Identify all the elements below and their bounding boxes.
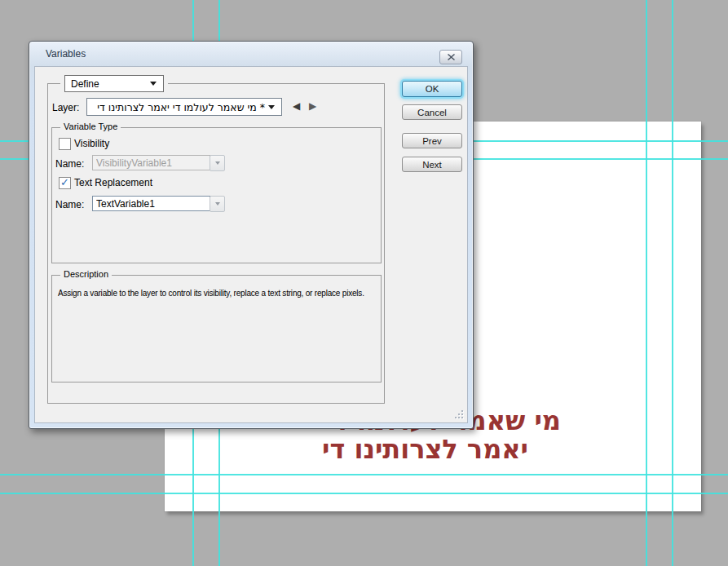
text-name-label: Name:: [55, 199, 84, 210]
variables-dialog: Variables Define Layer: * מי שאמר לעולמו: [29, 41, 474, 429]
layer-label: Layer:: [52, 102, 79, 113]
guide-vertical[interactable]: [672, 0, 673, 566]
chevron-down-icon: [215, 161, 220, 165]
next-button[interactable]: Next: [402, 157, 462, 172]
text-replacement-checkbox[interactable]: ✓: [59, 177, 71, 189]
previous-layer-arrow-icon[interactable]: ◀: [293, 99, 300, 113]
visibility-name-label: Name:: [55, 158, 84, 170]
chevron-down-icon: [215, 202, 220, 206]
layer-select[interactable]: * מי שאמר לעולמו די יאמר לצרותינו די: [86, 98, 282, 116]
guide-vertical[interactable]: [646, 0, 647, 566]
variable-type-group: Variable Type Visibility Name: ✓ Text Re…: [51, 127, 382, 263]
guide-horizontal[interactable]: [0, 474, 728, 475]
variable-type-legend: Variable Type: [60, 122, 121, 131]
visibility-name-dropdown-button: [210, 155, 225, 171]
next-layer-arrow-icon[interactable]: ▶: [309, 99, 316, 113]
close-button[interactable]: [439, 50, 462, 64]
text-name-input[interactable]: [92, 196, 210, 211]
text-name-dropdown-button: [210, 196, 225, 212]
guide-horizontal[interactable]: [0, 493, 728, 494]
visibility-name-input: [92, 155, 210, 170]
checkbox-mark: ✓: [60, 176, 69, 188]
cancel-button[interactable]: Cancel: [402, 104, 462, 120]
description-legend: Description: [60, 269, 112, 279]
close-icon: [448, 54, 455, 60]
prev-button[interactable]: Prev: [402, 133, 462, 148]
define-mode-select[interactable]: Define: [64, 75, 164, 92]
description-text: Assign a variable to the layer to contro…: [58, 288, 374, 298]
visibility-checkbox-label: Visibility: [74, 138, 109, 149]
layer-select-value: * מי שאמר לעולמו די יאמר לצרותינו די: [87, 101, 268, 113]
canvas-text-line: יאמר לצרותינו די: [322, 436, 528, 463]
visibility-checkbox[interactable]: [59, 138, 71, 150]
resize-grip[interactable]: [454, 409, 464, 419]
define-select-wrap: Define: [60, 75, 168, 92]
photoshop-workspace: מי שאמר לעולמו די יאמר לצרותינו די Varia…: [0, 0, 728, 566]
ok-button[interactable]: OK: [402, 81, 462, 97]
text-replacement-checkbox-label: Text Replacement: [74, 177, 152, 188]
dialog-body: Define Layer: * מי שאמר לעולמו די יאמר ל…: [34, 66, 468, 423]
dialog-titlebar[interactable]: Variables: [29, 42, 473, 66]
chevron-down-icon: [268, 105, 275, 109]
chevron-down-icon: [150, 82, 157, 86]
dialog-title: Variables: [46, 48, 86, 60]
description-group: Description Assign a variable to the lay…: [51, 275, 382, 382]
define-mode-value: Define: [65, 78, 150, 90]
